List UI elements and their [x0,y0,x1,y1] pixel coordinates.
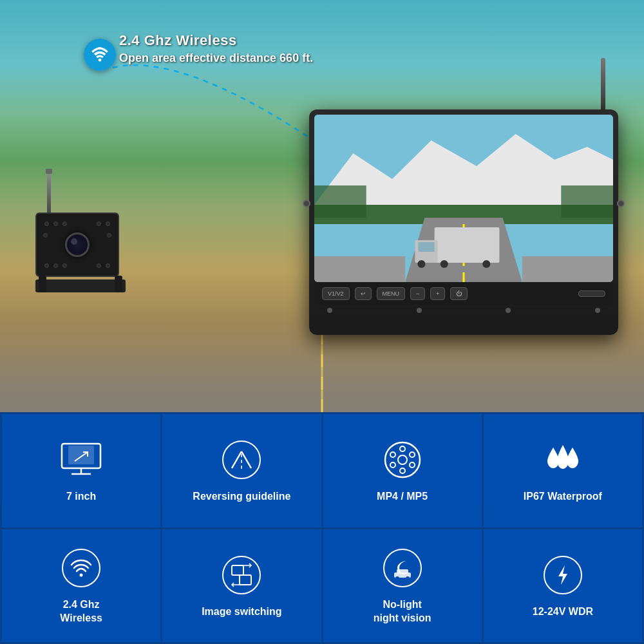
switch-icon-svg [229,563,254,587]
ir-led [97,222,101,226]
svg-rect-15 [522,256,613,282]
svg-point-12 [440,260,448,268]
feature-label-mp4mp5: MP4 / MP5 [377,490,428,504]
monitor-feature-icon [59,440,104,479]
svg-rect-14 [314,256,405,282]
camera-lens [65,232,90,257]
feature-cell-switching: Image switching [162,529,321,643]
wifi-feature-circle [62,549,100,587]
annotation-line2: Open area effective distance 660 ft. [119,52,313,65]
svg-rect-38 [240,575,251,585]
water-drops-icon-area [540,437,585,482]
svg-point-30 [400,446,405,451]
monitor-knob-left [303,200,310,207]
svg-rect-10 [418,242,434,252]
feature-cell-mp4mp5: MP4 / MP5 [323,414,482,527]
control-plus[interactable]: + [430,287,445,300]
water-drops-icon [543,442,583,478]
monitor-outer: V1/V2 ↩ MENU – + ⏻ [309,109,618,335]
ir-led [44,263,49,268]
monitor-device: V1/V2 ↩ MENU – + ⏻ [309,109,618,354]
switch-circle-icon [222,556,261,594]
annotation-line1: 2.4 Ghz Wireless [119,32,313,49]
ir-led [107,233,111,238]
camera-bracket [35,279,126,292]
night-vision-icon-area [380,545,425,591]
feature-label-waterproof: IP67 Waterproof [524,490,602,504]
mount-foot [327,308,332,313]
road-icon-svg [229,448,254,472]
wifi-feature-icon-svg [69,556,93,580]
feature-grid: 7 inch Reversing guideline [0,412,644,644]
svg-marker-45 [558,565,567,585]
svg-point-31 [410,452,415,457]
svg-point-32 [410,462,415,468]
mount-foot [506,308,511,313]
feature-cell-nightvision: No-lightnight vision [323,529,482,643]
lightning-icon-area [540,553,585,598]
monitor-controls: V1/V2 ↩ MENU – + ⏻ [314,282,613,305]
ir-led [53,222,58,226]
control-power[interactable]: ⏻ [450,287,468,300]
camera-device [35,213,129,296]
switch-icon-area [219,553,264,598]
ir-led [106,263,110,268]
control-back[interactable]: ↩ [355,287,372,300]
monitor-screen [314,115,613,282]
svg-rect-42 [397,569,408,574]
control-minus[interactable]: – [410,287,425,300]
svg-point-2 [99,59,102,62]
feature-label-nightvision: No-lightnight vision [374,598,431,625]
lightning-circle-icon [544,556,582,594]
monitor-knob-right [617,200,625,207]
film-reel-icon [383,440,422,480]
camera-antenna [47,174,51,216]
ir-led [106,222,110,226]
feature-cell-waterproof: IP67 Waterproof [484,414,642,527]
annotation-text-block: 2.4 Ghz Wireless Open area effective dis… [119,32,313,65]
mount-foot [595,308,600,313]
night-vision-icon-svg [390,556,415,580]
road-circle-icon [222,440,261,479]
ir-led [43,233,48,238]
ir-led [44,222,49,226]
screen-scene [314,115,613,282]
svg-point-44 [406,576,410,580]
ir-led [97,263,101,268]
screen-landscape [314,115,613,282]
svg-point-29 [398,455,407,464]
feature-cell-wdr: 12-24V WDR [484,529,642,643]
svg-point-28 [385,442,420,477]
wifi-circle-badge [84,39,116,71]
svg-rect-8 [435,227,500,263]
mount-feet [314,305,613,316]
mount-foot [417,308,422,313]
ir-led [53,263,58,268]
feature-label-wdr: 12-24V WDR [533,605,593,619]
control-menu[interactable]: MENU [377,287,406,300]
feature-label-switching: Image switching [202,605,281,619]
svg-rect-17 [561,185,613,218]
night-circle-icon [383,549,422,587]
control-v1v2[interactable]: V1/V2 [322,287,350,300]
wifi-icon [91,46,109,64]
feature-cell-reversing: Reversing guideline [162,414,321,527]
film-reel-icon-area [380,437,425,482]
wireless-annotation: 2.4 Ghz Wireless Open area effective dis… [84,39,116,71]
svg-rect-16 [314,185,366,218]
svg-line-24 [242,451,251,468]
svg-point-33 [400,468,405,473]
monitor-antenna [601,58,605,113]
feature-cell-7inch: 7 inch [2,414,160,527]
svg-rect-19 [68,446,94,464]
svg-point-35 [390,452,395,457]
feature-label-wireless: 2.4 GhzWireless [60,598,102,625]
feature-label-reversing: Reversing guideline [193,490,290,504]
svg-point-13 [482,260,490,268]
svg-point-36 [80,574,83,577]
feature-label-7inch: 7 inch [66,490,96,504]
monitor-icon-area [59,437,104,482]
ir-led [62,222,67,226]
road-icon-area [219,437,264,482]
control-extra[interactable] [578,290,605,297]
